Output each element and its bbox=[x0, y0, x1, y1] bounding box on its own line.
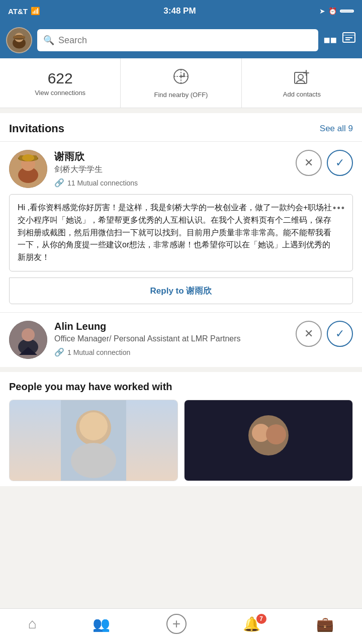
people-card-2-image bbox=[185, 400, 352, 481]
inv1-mutual-text: 11 Mutual connections bbox=[67, 179, 138, 187]
inv1-name: 谢雨欣 bbox=[54, 150, 289, 163]
people-title: People you may have worked with bbox=[9, 381, 353, 393]
people-card-1-image bbox=[10, 400, 177, 481]
svg-point-33 bbox=[266, 424, 286, 444]
inv1-avatar[interactable] bbox=[9, 150, 47, 188]
svg-point-22 bbox=[22, 154, 34, 161]
inv2-actions: ✕ ✓ bbox=[296, 321, 353, 347]
svg-point-29 bbox=[79, 412, 108, 440]
invitations-header: Invitations See all 9 bbox=[0, 113, 362, 141]
wifi-icon: 📶 bbox=[31, 7, 40, 16]
svg-rect-4 bbox=[13, 36, 25, 38]
status-time: 3:48 PM bbox=[163, 6, 196, 16]
inv1-accept-button[interactable]: ✓ bbox=[327, 150, 353, 176]
invitation-2: Alin Leung Office Manager/ Personal Assi… bbox=[0, 312, 362, 367]
inv1-mutual: 🔗 11 Mutual connections bbox=[54, 178, 289, 188]
inv1-reply-text: Reply to 谢雨欣 bbox=[150, 286, 212, 296]
inv2-mutual-icon: 🔗 bbox=[54, 347, 64, 357]
stats-row: 622 View connections Find nearby (OFF) bbox=[0, 58, 362, 108]
inv2-title: Office Manager/ Personal Assistant at LM… bbox=[54, 333, 289, 344]
qr-button[interactable]: ■■ bbox=[323, 34, 337, 47]
inv2-mutual: 🔗 1 Mutual connection bbox=[54, 347, 289, 357]
message-dots-icon[interactable]: ••• bbox=[333, 202, 345, 216]
invitation-1: 谢雨欣 剑桥大学学生 🔗 11 Mutual connections ✕ ✓ •… bbox=[0, 141, 362, 304]
invitations-section: Invitations See all 9 bbox=[0, 113, 362, 367]
search-icon: 🔍 bbox=[43, 35, 54, 46]
inv2-avatar[interactable] bbox=[9, 321, 47, 359]
app-header: 🔍 ■■ bbox=[0, 22, 362, 58]
nearby-label: Find nearby (OFF) bbox=[154, 91, 208, 99]
status-bar: AT&T 📶 3:48 PM ➤ ⏰ bbox=[0, 0, 362, 22]
mutual-connections-icon: 🔗 bbox=[54, 178, 64, 188]
contacts-stat[interactable]: Add contacts bbox=[242, 58, 362, 108]
inv2-accept-button[interactable]: ✓ bbox=[327, 321, 353, 347]
people-card-1[interactable] bbox=[9, 400, 178, 481]
nearby-icon bbox=[172, 67, 190, 89]
people-card-2[interactable] bbox=[184, 400, 353, 481]
connections-label: View connections bbox=[35, 89, 85, 97]
inv1-message-text: Hi ,看你资料感觉你好厉害！是这样，我是剑桥大学的一枚创业者，做了一款约会+职… bbox=[18, 203, 332, 261]
svg-rect-6 bbox=[343, 35, 355, 36]
alarm-icon: ⏰ bbox=[328, 7, 337, 15]
inv1-actions: ✕ ✓ bbox=[296, 150, 353, 176]
invitations-title: Invitations bbox=[9, 122, 64, 135]
svg-point-14 bbox=[298, 74, 303, 79]
inv2-name: Alin Leung bbox=[54, 321, 289, 332]
connections-stat[interactable]: 622 View connections bbox=[0, 58, 121, 108]
nearby-stat[interactable]: Find nearby (OFF) bbox=[121, 58, 241, 108]
see-all-button[interactable]: See all 9 bbox=[320, 124, 353, 134]
battery-icon bbox=[340, 10, 354, 13]
contacts-label: Add contacts bbox=[283, 90, 321, 98]
svg-point-25 bbox=[22, 328, 35, 341]
avatar[interactable] bbox=[6, 27, 32, 53]
messaging-button[interactable] bbox=[342, 32, 356, 49]
svg-point-28 bbox=[71, 443, 116, 478]
add-contacts-icon bbox=[293, 68, 311, 88]
connections-number: 622 bbox=[48, 70, 73, 87]
location-icon: ➤ bbox=[319, 7, 325, 15]
carrier-text: AT&T bbox=[8, 7, 28, 16]
search-bar[interactable]: 🔍 bbox=[37, 29, 318, 51]
inv1-title: 剑桥大学学生 bbox=[54, 164, 289, 175]
search-input[interactable] bbox=[58, 35, 312, 46]
inv1-message-box: ••• Hi ,看你资料感觉你好厉害！是这样，我是剑桥大学的一枚创业者，做了一款… bbox=[9, 194, 353, 271]
inv2-mutual-text: 1 Mutual connection bbox=[67, 348, 130, 356]
people-grid bbox=[9, 400, 353, 481]
inv1-decline-button[interactable]: ✕ bbox=[296, 150, 322, 176]
people-section: People you may have worked with bbox=[0, 372, 362, 486]
inv2-decline-button[interactable]: ✕ bbox=[296, 321, 322, 347]
inv1-reply-button[interactable]: Reply to 谢雨欣 bbox=[9, 278, 353, 304]
